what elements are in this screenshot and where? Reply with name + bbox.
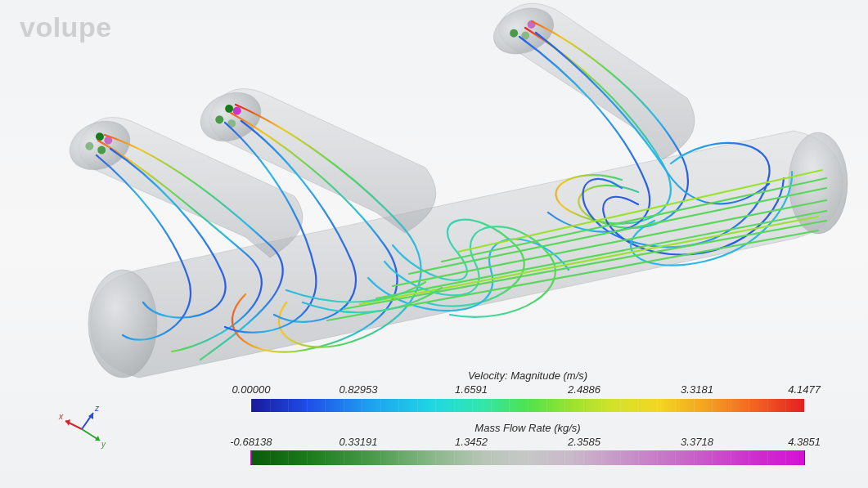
legend-velocity-title: Velocity: Magnitude (m/s)	[245, 369, 810, 382]
legend-massflow-ticks: -0.68138 0.33191 1.3452 2.3585 3.3718 4.…	[245, 436, 810, 449]
legend-velocity: Velocity: Magnitude (m/s) 0.00000 0.8295…	[245, 369, 810, 413]
simulation-svg	[0, 0, 868, 488]
axis-y-label: y	[101, 440, 106, 449]
legend-massflow-title: Mass Flow Rate (kg/s)	[245, 422, 810, 434]
legend-velocity-ticks: 0.00000 0.82953 1.6591 2.4886 3.3181 4.1…	[245, 383, 810, 396]
svg-point-0	[88, 270, 157, 378]
axis-x-label: x	[58, 412, 64, 421]
orientation-triad: y z x	[57, 405, 106, 454]
legend-velocity-bar	[250, 398, 805, 413]
svg-point-1	[789, 132, 848, 234]
legend-massflow: Mass Flow Rate (kg/s) -0.68138 0.33191 1…	[245, 422, 810, 465]
axis-z-label: z	[94, 404, 100, 413]
simulation-viewport[interactable]	[0, 0, 868, 488]
legend-massflow-bar	[250, 450, 805, 465]
